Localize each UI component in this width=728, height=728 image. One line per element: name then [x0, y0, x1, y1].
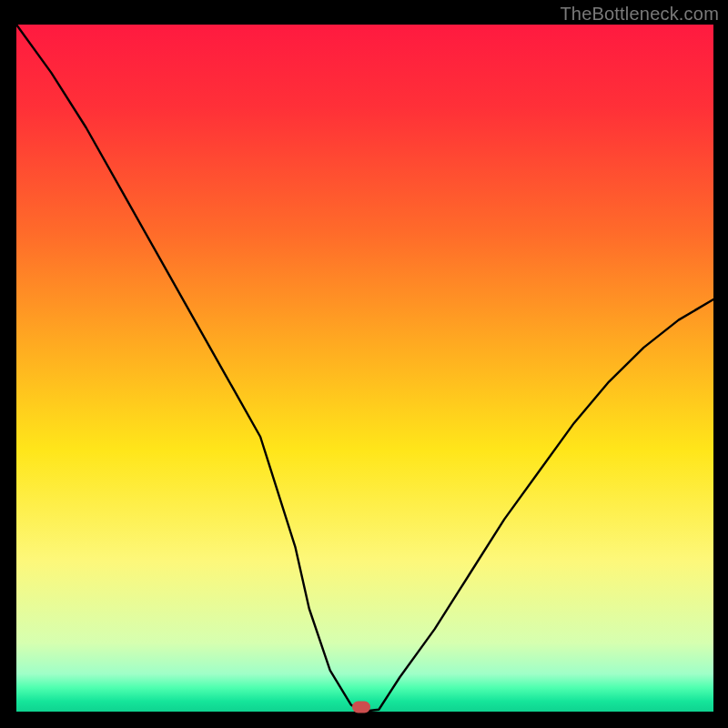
watermark-text: TheBottleneck.com: [560, 4, 719, 25]
chart-stage: TheBottleneck.com: [0, 0, 728, 728]
optimum-marker: [352, 701, 370, 713]
bottleneck-chart: [0, 0, 728, 728]
gradient-background: [16, 25, 713, 712]
